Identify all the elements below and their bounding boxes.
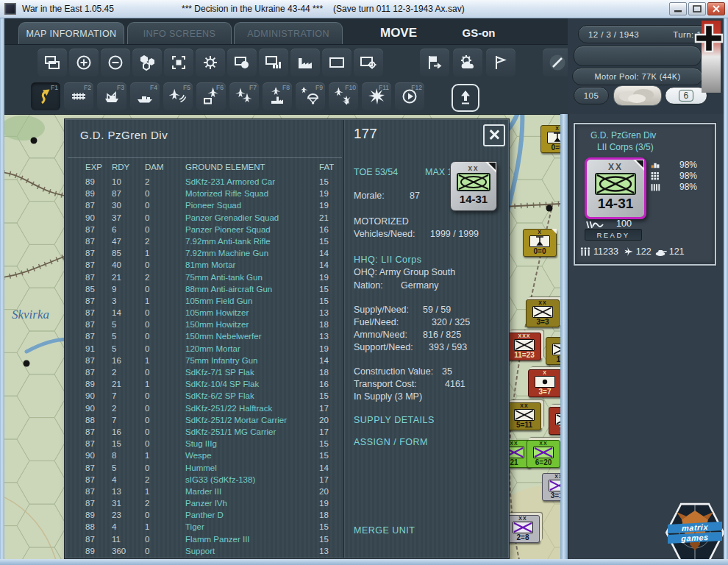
move-mode-label[interactable]: MOVE bbox=[366, 22, 431, 43]
map-unit-counter[interactable]: xx3=3 bbox=[526, 299, 560, 327]
toggle-frame-button[interactable] bbox=[164, 49, 193, 77]
bombard-mode-button[interactable]: F11 bbox=[362, 82, 391, 110]
ground-element-row: 8716175mm Infantry Gun14 bbox=[65, 355, 342, 366]
jump-flag-button[interactable] bbox=[420, 49, 449, 77]
counter-strength: 3=3 bbox=[527, 318, 559, 326]
toggle-stats-button[interactable] bbox=[259, 49, 288, 77]
amphibious-mode-icon bbox=[136, 88, 154, 105]
toe-value[interactable]: TOE 53/54 bbox=[354, 167, 398, 177]
map-unit-counter[interactable]: xx3=10 bbox=[542, 473, 560, 501]
weather-button[interactable] bbox=[453, 49, 482, 77]
rdy-value: 10 bbox=[112, 176, 121, 188]
ground-element-row: 89870Motorized Rifle Squad19 bbox=[65, 188, 342, 199]
selected-unit-counter[interactable]: XX 14-31 bbox=[585, 157, 646, 219]
victory-flag-button[interactable] bbox=[486, 49, 515, 77]
exp-value: 87 bbox=[85, 330, 95, 342]
exp-value: 89 bbox=[85, 378, 95, 390]
counter-corner-icon bbox=[552, 229, 557, 234]
rdy-value: 16 bbox=[112, 355, 121, 366]
ground-element-row: 8750150mm Nebelwerfer13 bbox=[65, 330, 342, 342]
amphibious-mode-button[interactable]: F4 bbox=[130, 82, 160, 110]
airdrop-mode-button[interactable]: F9 bbox=[296, 82, 325, 110]
rdy-value: 87 bbox=[112, 188, 121, 199]
counter-strength: 6=20 bbox=[527, 458, 560, 466]
ground-element-row: 9020SdKfz-251/22 Halftrack17 bbox=[65, 402, 342, 414]
bombard-mode-icon bbox=[368, 88, 385, 105]
rail-repair-mode-button[interactable]: F2 bbox=[64, 82, 93, 110]
air-superiority-mode-button[interactable]: F10 bbox=[329, 82, 358, 110]
inf-symbol-icon bbox=[552, 344, 560, 355]
fat-value: 17 bbox=[319, 402, 329, 414]
unit-counter[interactable]: xx 14-31 bbox=[450, 161, 497, 211]
tab-map-information[interactable]: MAP INFORMATION bbox=[18, 22, 124, 44]
exp-value: 87 bbox=[85, 271, 95, 283]
counter-strength: 1=1 bbox=[546, 355, 560, 363]
merge-unit-link[interactable]: MERGE UNIT bbox=[354, 525, 505, 537]
war-in-the-east-window: { "window": { "title": "War in the East … bbox=[0, 0, 728, 565]
map-unit-counter[interactable]: xx6=20 bbox=[527, 440, 560, 468]
hex-info-button[interactable] bbox=[132, 49, 162, 77]
hhq-link[interactable]: HHQ: LII Corps bbox=[354, 255, 505, 266]
map-unit-counter[interactable]: x3=7 bbox=[528, 369, 560, 397]
ground-element-row: 9150120mm Mortar19 bbox=[65, 343, 342, 355]
maximize-button[interactable] bbox=[688, 2, 706, 15]
factory-locations-button[interactable] bbox=[290, 49, 320, 77]
zoom-out-button[interactable] bbox=[101, 49, 130, 77]
ground-element-row: 89211SdKfz-10/4 SP Flak16 bbox=[65, 378, 342, 390]
map-settings-button[interactable] bbox=[354, 49, 383, 77]
exp-value: 87 bbox=[85, 259, 95, 271]
zoom-in-button[interactable] bbox=[69, 49, 99, 77]
map-unit-counter[interactable]: xxx11=23 bbox=[507, 333, 541, 360]
element-name: SdKfz-7/1 SP Flak bbox=[185, 366, 254, 378]
german-cross-icon bbox=[694, 24, 724, 53]
preferences-button[interactable] bbox=[196, 49, 225, 77]
factory-locations-icon bbox=[296, 54, 314, 71]
supply-details-link[interactable]: SUPPLY DETAILS bbox=[354, 415, 505, 427]
ground-element-row: 8870SdKfz-251/2 Mortar Carrier20 bbox=[65, 414, 342, 426]
strategic-bombing-mode-button[interactable]: F8 bbox=[263, 82, 292, 110]
minimize-button[interactable] bbox=[669, 2, 687, 15]
toggle-units-button[interactable] bbox=[227, 49, 257, 77]
close-dialog-button[interactable] bbox=[483, 124, 505, 146]
naval-transport-mode-button[interactable]: F3 bbox=[97, 82, 126, 110]
selected-unit-box[interactable]: G.D. PzGren Div LII Corps (3/5) XX 14-31… bbox=[574, 123, 716, 266]
ground-support-toggle[interactable]: GS-on bbox=[449, 22, 508, 43]
map-unit-counter[interactable]: x0=0 bbox=[523, 229, 557, 257]
status-badge: READY bbox=[585, 229, 642, 241]
hex-info-icon bbox=[138, 54, 156, 71]
ground-element-table: 89102SdKfz-231 Armored Car1589870Motoriz… bbox=[65, 176, 342, 557]
up-level-button[interactable] bbox=[452, 84, 479, 112]
toggle-borders-button[interactable] bbox=[322, 49, 351, 77]
element-name: Flamm Panzer III bbox=[185, 533, 250, 545]
dam-value: 0 bbox=[145, 462, 149, 474]
tab-info-screens[interactable]: INFO SCREENS bbox=[127, 22, 232, 44]
construction-line: Construction Value:35 bbox=[354, 366, 505, 378]
element-name: SdKfz-6/2 SP Flak bbox=[185, 390, 254, 402]
fat-value: 13 bbox=[319, 545, 329, 557]
close-window-button[interactable] bbox=[707, 2, 725, 15]
ground-support-mode-button[interactable]: F7 bbox=[229, 82, 259, 110]
tab-administration[interactable]: ADMINISTRATION bbox=[234, 22, 343, 44]
map-unit-counter[interactable]: xx2=8 bbox=[506, 515, 540, 543]
jump-window-button[interactable] bbox=[38, 49, 67, 77]
air-recon-mode-button[interactable]: F5 bbox=[163, 82, 193, 110]
weather-display-button[interactable] bbox=[613, 85, 662, 106]
assign-form-link[interactable]: ASSIGN / FORM bbox=[354, 437, 505, 449]
map-unit-counter[interactable]: xx5=11 bbox=[507, 402, 541, 430]
map-unit-counter[interactable]: xx7=7 bbox=[549, 407, 560, 435]
element-name: Tiger bbox=[185, 521, 204, 533]
element-name: Marder III bbox=[185, 486, 221, 497]
men-icon bbox=[579, 246, 592, 257]
movement-mode-button[interactable]: F1 bbox=[31, 82, 60, 110]
save-file-name: (Save turn 011 12-3-1943 Ax.sav) bbox=[333, 4, 465, 14]
map-unit-counter[interactable]: x0=0 bbox=[540, 125, 560, 153]
rdy-value: 5 bbox=[112, 330, 116, 342]
snow-clouds-icon bbox=[614, 86, 661, 105]
dam-value: 0 bbox=[145, 319, 149, 330]
scenario-title: *** Decision in the Ukraine 43-44 *** bbox=[182, 4, 323, 14]
air-transfer-mode-button[interactable]: F6 bbox=[196, 82, 226, 110]
auto-air-mode-button[interactable]: F12 bbox=[395, 82, 424, 110]
rdy-value: 2 bbox=[112, 366, 116, 378]
rdy-value: 21 bbox=[112, 378, 121, 390]
map-unit-counter[interactable]: x1=1 bbox=[546, 337, 560, 365]
